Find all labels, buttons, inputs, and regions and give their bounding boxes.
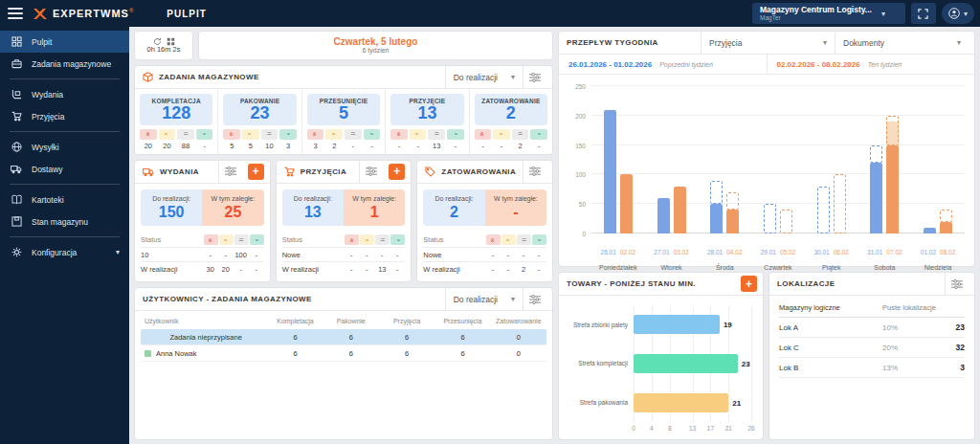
day-group: 30.0106.02Piątek xyxy=(817,86,846,233)
user-name: Anna Nowak xyxy=(141,349,267,358)
bar-previous-week xyxy=(604,86,616,233)
bar xyxy=(634,393,728,412)
sidebar: PulpitZadania magazynoweWydaniaPrzyjęcia… xyxy=(0,27,129,444)
sidebar-item-wysy-ki[interactable]: Wysyłki xyxy=(0,136,129,158)
priority-low-icon: › xyxy=(279,129,297,140)
status-count: - xyxy=(249,251,264,259)
timer-value: 0h 16m 2s xyxy=(146,46,180,55)
settings-icon[interactable] xyxy=(523,160,546,183)
priority-low-icon: › xyxy=(532,234,546,245)
status-count: 2 xyxy=(516,265,531,274)
users-tasks-card: UŻYTKOWNICY - ZADANIA MAGAZYNOWE Do real… xyxy=(134,287,553,440)
priority-critical-icon: » xyxy=(307,129,324,140)
task-count: 0 xyxy=(491,333,546,342)
priority-high-icon: › xyxy=(325,129,343,140)
card-header: PRZYJĘCIA+ xyxy=(277,161,412,184)
priority-count: - xyxy=(530,142,547,150)
sidebar-item-dostawy[interactable]: Dostawy xyxy=(0,158,129,180)
week-flow-chart: 05010015020025026.0102.02Poniedziałek27.… xyxy=(559,75,974,266)
day-name-label: Piątek xyxy=(813,262,849,273)
date-card: Czwartek, 5 lutego 6 tydzień xyxy=(198,31,553,60)
bar-planned-segment xyxy=(726,192,739,210)
kpi-box: KOMPLETACJA128 xyxy=(140,94,212,125)
chevron-down-icon: ▾ xyxy=(511,73,515,81)
warehouse-tasks-card: ZADANIA MAGAZYNOWE Do realizacji▾ KOMPLE… xyxy=(134,65,553,155)
tasks-filter-dropdown[interactable]: Do realizacji▾ xyxy=(445,66,523,89)
priority-critical-icon: » xyxy=(475,129,492,140)
users-filter-dropdown[interactable]: Do realizacji▾ xyxy=(445,288,523,311)
add-button[interactable]: + xyxy=(389,164,405,180)
todo-box: Do realizacji:2 xyxy=(423,189,484,227)
truck-icon xyxy=(10,164,23,174)
sidebar-item-kartoteki[interactable]: Kartoteki xyxy=(0,189,129,211)
fullscreen-button[interactable] xyxy=(911,3,936,24)
table-row[interactable]: Zadania nieprzypisane66660 xyxy=(141,329,546,345)
sidebar-item-pulpit[interactable]: Pulpit xyxy=(0,31,129,53)
priority-count: - xyxy=(493,142,510,150)
overdue-label: W tym zaległe: xyxy=(345,195,403,203)
sidebar-item-label: Stan magazynu xyxy=(32,217,120,227)
user-icon xyxy=(948,8,960,19)
users-table-header: UżytkownikKompletacjaPakowniePrzyjęciaPr… xyxy=(141,313,546,329)
previous-date-label: 31.01 xyxy=(867,249,882,255)
sidebar-item-zadania-magazynowe[interactable]: Zadania magazynowe xyxy=(0,53,129,75)
cart-icon xyxy=(284,166,295,177)
warehouse-selector[interactable]: Magazyny Centrum Logisty... MagTer ▾ xyxy=(752,3,905,24)
add-button[interactable]: + xyxy=(248,164,264,180)
table-row: Lok A10%23 xyxy=(779,318,965,338)
task-kpi-tile[interactable]: KOMPLETACJA128»›=›202088- xyxy=(135,89,218,154)
todo-box: Do realizacji:150 xyxy=(141,189,202,227)
status-count: - xyxy=(390,251,405,259)
locations-card: LOKALIZACJE Magazyny logicznePuste lokal… xyxy=(768,272,975,440)
sidebar-item-label: Wydania xyxy=(32,90,120,100)
previous-week-label: Poprzedni tydzień xyxy=(659,61,713,68)
status-count: - xyxy=(390,265,405,274)
menu-icon[interactable] xyxy=(8,8,23,19)
task-kpi-tile[interactable]: ZATOWAROWANIE2»›=›--2- xyxy=(470,89,552,154)
bar-previous-week xyxy=(764,86,776,233)
bar-solid-segment xyxy=(870,163,882,233)
sidebar-item-przyj-cia[interactable]: Przyjęcia xyxy=(0,105,129,127)
status-count: - xyxy=(531,265,546,274)
sidebar-item-label: Konfiguracja xyxy=(32,248,116,257)
status-card-przyjęcia: PRZYJĘCIA+Do realizacji:13W tym zaległe:… xyxy=(276,160,412,283)
location-name: Lok C xyxy=(779,344,882,352)
priority-low-icon: › xyxy=(530,129,547,140)
task-kpi-tile[interactable]: PRZESUNIĘCIE5»›=›32-- xyxy=(302,89,386,154)
overdue-value: 25 xyxy=(204,203,261,221)
day-name-label: Poniedziałek xyxy=(599,262,637,273)
status-count: - xyxy=(501,265,516,274)
settings-icon[interactable] xyxy=(523,288,546,311)
task-kpi-tile[interactable]: PAKOWANIE23»›=›55103 xyxy=(218,89,301,154)
week-flow-type-dropdown[interactable]: Przyjęcia▾ xyxy=(701,32,835,55)
status-table-header: Status»›=› xyxy=(282,233,406,247)
settings-icon[interactable] xyxy=(218,160,242,183)
user-menu-button[interactable]: ▾ xyxy=(942,3,974,24)
handcart-icon xyxy=(10,89,23,100)
day-name-label: Czwartek xyxy=(761,262,796,273)
session-timer-card[interactable]: 0h 16m 2s xyxy=(134,31,193,60)
week-flow-unit-dropdown[interactable]: Dokumenty▾ xyxy=(835,32,969,55)
overdue-value: - xyxy=(487,203,545,221)
priority-values-row: 202088- xyxy=(140,142,212,150)
sidebar-item-wydania[interactable]: Wydania xyxy=(0,83,129,105)
page-title: PULPIT xyxy=(167,9,207,19)
status-count: 30 xyxy=(203,265,218,274)
status-count: 20 xyxy=(218,265,234,274)
bar-previous-week xyxy=(817,86,830,233)
todo-label: Do realizacji: xyxy=(143,195,200,203)
settings-icon[interactable] xyxy=(945,273,969,296)
task-kpi-tile[interactable]: PRZYJĘCIE13»›=›--13- xyxy=(386,89,469,154)
sidebar-item-konfiguracja[interactable]: Konfiguracja▾ xyxy=(0,241,129,263)
table-row[interactable]: Anna Nowak66660 xyxy=(141,345,546,362)
settings-icon[interactable] xyxy=(523,66,546,89)
add-button[interactable]: + xyxy=(741,276,757,292)
kpi-value: 23 xyxy=(225,104,294,122)
status-count: - xyxy=(344,251,359,259)
stock-icon xyxy=(10,216,23,227)
sidebar-item-stan-magazynu[interactable]: Stan magazynu xyxy=(0,211,129,233)
settings-icon[interactable] xyxy=(359,160,383,183)
sidebar-item-label: Pulpit xyxy=(32,37,120,47)
bar-solid-segment xyxy=(940,222,952,233)
status-table: Status»›=›Nowe----W realizacji--13- xyxy=(282,233,406,276)
